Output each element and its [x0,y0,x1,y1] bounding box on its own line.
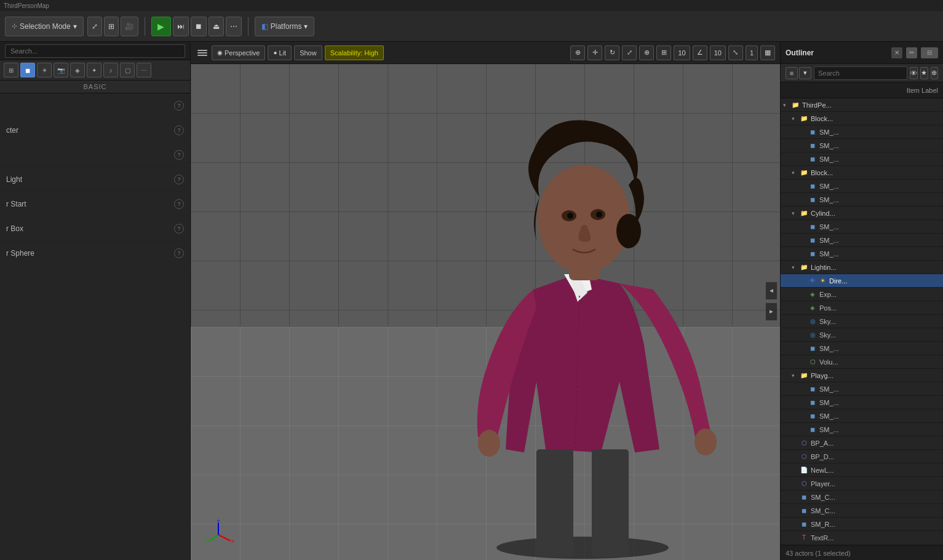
expand-btn[interactable]: ▾ [799,67,811,79]
selection-mode-button[interactable]: ⊹ Selection Mode ▾ [5,17,84,36]
tab-camera[interactable]: 📷 [54,63,68,77]
move-tool-button[interactable]: ⤢ [87,17,102,36]
outliner-item-sm2[interactable]: ◼ SM_... [781,139,943,152]
outliner-item-sm6[interactable]: ◼ SM_... [781,220,943,234]
info-icon-2[interactable]: ? [174,125,184,135]
select-mode-icon[interactable]: ⊕ [570,45,585,60]
advance-frame-button[interactable]: ⏭ [173,17,189,36]
rotate-icon-btn[interactable]: ↻ [605,45,619,60]
snap-tool-button[interactable]: ⊞ [104,17,119,36]
outliner-item-volume[interactable]: ⬡ Volu... [781,355,943,369]
filter-btn[interactable]: ≡ [786,67,798,79]
outliner-item-smc2[interactable]: ◼ SM_C... [781,504,943,518]
nav-arrow-up[interactable]: ◄ [765,282,778,300]
tab-all[interactable]: ⊞ [4,63,18,77]
outliner-edit-button[interactable]: ✏ [906,47,917,58]
eye-icon-btn[interactable]: 👁 [910,67,918,79]
move-icon-btn[interactable]: ✛ [587,45,602,60]
star-icon-btn[interactable]: ★ [920,67,928,79]
outliner-item-block1[interactable]: ▾ 📁 Block... [781,112,943,125]
outliner-item-root[interactable]: ▾ 📁 ThirdPe... [781,98,943,112]
outliner-close-button[interactable]: ✕ [891,47,902,58]
info-icon-4[interactable]: ? [174,175,184,184]
outliner-item-sm9[interactable]: ◼ SM_... [781,342,943,355]
outliner-item-bpd[interactable]: ⬡ BP_D... [781,450,943,463]
panel-item-empty1[interactable]: ? [0,93,190,118]
outliner-item-sm7[interactable]: ◼ SM_... [781,234,943,247]
info-icon-1[interactable]: ? [174,101,184,111]
tab-misc[interactable]: ⋯ [137,63,151,77]
outliner-item-sm10[interactable]: ◼ SM_... [781,382,943,396]
left-panel-search-input[interactable] [5,44,185,58]
mesh-icon-2: ◼ [808,141,818,151]
outliner-item-player[interactable]: ⬡ Player... [781,477,943,491]
outliner-list[interactable]: ▾ 📁 ThirdPe... ▾ 📁 Block... ◼ SM_... ◼ [781,98,943,545]
outliner-search-input[interactable] [814,66,907,80]
world-icon-btn[interactable]: ⊕ [639,45,654,60]
outliner-item-sm3[interactable]: ◼ SM_... [781,152,943,166]
item-sm3-name: SM_... [819,156,941,163]
viewport[interactable]: ◉ Perspective ● Lit Show Scalability: Hi… [191,42,780,560]
more-play-button[interactable]: ⋯ [226,17,242,36]
outliner-item-bpa[interactable]: ⬡ BP_A... [781,436,943,450]
panel-item-character[interactable]: cter ? [0,118,190,143]
outliner-item-textr[interactable]: T TextR... [781,531,943,545]
outliner-item-directional[interactable]: 👁 ☀ Dire... [781,274,943,288]
panel-item-trigger-box[interactable]: r Box ? [0,216,190,241]
outliner-item-smc1[interactable]: ◼ SM_C... [781,491,943,504]
outliner-item-sm11[interactable]: ◼ SM_... [781,396,943,409]
lit-button[interactable]: ● Lit [268,45,292,60]
lock-icon-btn[interactable]: ⊕ [931,67,939,79]
outliner-item-playg[interactable]: ▾ 📁 Playg... [781,369,943,382]
outliner-item-sky1[interactable]: ◎ Sky... [781,315,943,328]
tab-ui[interactable]: ▢ [120,63,135,77]
camera-tool-button[interactable]: 🎥 [121,17,138,36]
outliner-item-lighting[interactable]: ▾ 📁 Lightin... [781,261,943,274]
outliner-item-sky2[interactable]: ◎ Sky... [781,328,943,342]
mesh-icon-r: ◼ [799,519,809,529]
outliner-item-sm4[interactable]: ◼ SM_... [781,179,943,193]
play-button[interactable]: ▶ [151,17,171,36]
eject-button[interactable]: ⏏ [209,17,224,36]
show-button[interactable]: Show [294,45,322,60]
volume-icon: ⬡ [808,357,818,367]
tab-ai[interactable]: ◈ [70,63,85,77]
outliner-item-smr[interactable]: ◼ SM_R... [781,518,943,531]
panel-item-trigger-sphere[interactable]: r Sphere ? [0,241,190,266]
outliner-dock-button[interactable]: ⊟ [921,47,938,58]
stop-button[interactable]: ⏹ [191,17,207,36]
outliner-item-sm1[interactable]: ◼ SM_... [781,125,943,139]
outliner-item-block2[interactable]: ▾ 📁 Block... [781,166,943,179]
outliner-item-exposure[interactable]: ◈ Exp... [781,288,943,301]
info-icon-3[interactable]: ? [174,150,184,160]
panel-item-player-start-label: r Start [6,200,26,208]
info-icon-6[interactable]: ? [174,224,184,234]
tab-geometry[interactable]: ◼ [20,63,35,77]
panel-item-light[interactable]: Light ? [0,167,190,192]
outliner-item-newlevel[interactable]: 📄 NewL... [781,463,943,477]
scale-snap-icon-btn[interactable]: ⤡ [728,45,743,60]
outliner-item-sm13[interactable]: ◼ SM_... [781,423,943,436]
outliner-item-postprocess[interactable]: ◈ Pos... [781,301,943,315]
outliner-item-sm5[interactable]: ◼ SM_... [781,193,943,207]
visibility-eye-icon[interactable]: 👁 [808,276,818,286]
nav-arrow-down[interactable]: ► [765,302,778,321]
camera-settings-btn[interactable]: ▦ [760,45,775,60]
outliner-item-cylind[interactable]: ▾ 📁 Cylind... [781,207,943,220]
viewport-menu-button[interactable] [196,48,209,58]
tab-lights[interactable]: ☀ [37,63,52,77]
perspective-button[interactable]: ◉ Perspective [212,45,265,60]
info-icon-7[interactable]: ? [174,248,184,258]
angle-icon-btn[interactable]: ∠ [693,45,707,60]
outliner-item-sm8[interactable]: ◼ SM_... [781,247,943,261]
svg-line-14 [209,535,218,541]
grid-icon-btn[interactable]: ⊞ [656,45,671,60]
tab-fx[interactable]: ✦ [87,63,101,77]
tab-sound[interactable]: ♪ [103,63,118,77]
scale-icon-btn[interactable]: ⤢ [622,45,637,60]
panel-item-player-start[interactable]: r Start ? [0,192,190,216]
platforms-button[interactable]: ◧ Platforms ▾ [255,17,315,36]
panel-item-empty2[interactable]: ? [0,143,190,167]
outliner-item-sm12[interactable]: ◼ SM_... [781,409,943,423]
info-icon-5[interactable]: ? [174,199,184,209]
